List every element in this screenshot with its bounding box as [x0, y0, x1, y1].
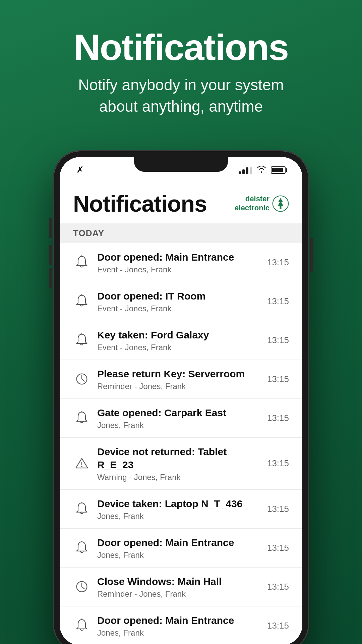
notification-content: Door opened: IT Room Event - Jones, Fran… [97, 289, 260, 313]
signal-bar-2 [242, 169, 245, 174]
brand-name-line1: deister [235, 195, 269, 203]
notification-item[interactable]: Door opened: Main Entrance Jones, Frank … [60, 606, 302, 644]
hero-subtitle: Notify anybody in your systemabout anyth… [20, 74, 342, 117]
notification-icon-warning [73, 455, 90, 472]
app-header: Notifications deister electronic [60, 180, 302, 223]
notification-icon-bell [73, 539, 90, 556]
phone-outer: ✗ [54, 151, 308, 644]
notification-title: Close Windows: Main Hall [97, 575, 260, 588]
notification-subtitle: Jones, Frank [97, 628, 260, 638]
battery-icon [271, 166, 286, 174]
notification-content: Key taken: Ford Galaxy Event - Jones, Fr… [97, 328, 260, 352]
brand-logo: deister electronic [235, 195, 289, 212]
signal-bar-4 [250, 167, 252, 174]
notification-subtitle: Reminder - Jones, Frank [97, 382, 260, 391]
notification-title: Device taken: Laptop N_T_436 [97, 497, 260, 510]
notification-icon-bell [73, 617, 90, 634]
notification-content: Close Windows: Main Hall Reminder - Jone… [97, 575, 260, 599]
notification-item[interactable]: Door opened: IT Room Event - Jones, Fran… [60, 282, 302, 321]
notification-time: 13:15 [267, 257, 289, 268]
phone-screen: ✗ [60, 157, 302, 644]
svg-line-14 [82, 587, 84, 589]
notification-content: Device taken: Laptop N_T_436 Jones, Fran… [97, 497, 260, 521]
notification-icon-bell [73, 254, 90, 271]
notification-subtitle: Jones, Frank [97, 550, 260, 560]
notification-list: Door opened: Main Entrance Event - Jones… [60, 243, 302, 644]
notification-subtitle: Event - Jones, Frank [97, 343, 260, 352]
wifi-icon [257, 165, 266, 175]
notification-time: 13:15 [267, 504, 289, 514]
status-right [239, 165, 286, 175]
svg-line-6 [82, 379, 84, 381]
signal-bars-icon [239, 166, 252, 174]
notification-item[interactable]: Device not returned: Tablet R_E_23 Warni… [60, 438, 302, 490]
notification-content: Gate opened: Carpark East Jones, Frank [97, 406, 260, 430]
app-header-title: Notifications [73, 191, 207, 217]
notification-item[interactable]: Gate opened: Carpark East Jones, Frank 1… [60, 399, 302, 438]
notification-title: Door opened: Main Entrance [97, 536, 260, 549]
notification-icon-clock [73, 578, 90, 595]
notification-content: Device not returned: Tablet R_E_23 Warni… [97, 445, 260, 482]
notification-time: 13:15 [267, 413, 289, 423]
notification-content: Door opened: Main Entrance Jones, Frank [97, 536, 260, 560]
hero-section: Notifications Notify anybody in your sys… [0, 0, 362, 138]
notification-item[interactable]: Key taken: Ford Galaxy Event - Jones, Fr… [60, 321, 302, 360]
notification-title: Door opened: Main Entrance [97, 614, 260, 627]
signal-bar-3 [246, 167, 248, 174]
brand-text: deister electronic [235, 195, 269, 212]
notification-time: 13:15 [267, 621, 289, 631]
notification-content: Please return Key: Serverroom Reminder -… [97, 367, 260, 391]
notification-time: 13:15 [267, 374, 289, 384]
notification-item[interactable]: Door opened: Main Entrance Jones, Frank … [60, 529, 302, 568]
notification-icon-clock [73, 370, 90, 388]
notification-time: 13:15 [267, 543, 289, 553]
hero-title: Notifications [20, 27, 342, 67]
notification-subtitle: Event - Jones, Frank [97, 304, 260, 313]
brand-logo-top: deister electronic [235, 195, 289, 212]
notification-icon-bell [73, 292, 90, 310]
notification-subtitle: Event - Jones, Frank [97, 265, 260, 274]
notification-content: Door opened: Main Entrance Jones, Frank [97, 614, 260, 638]
notification-subtitle: Jones, Frank [97, 512, 260, 521]
notification-title: Door opened: Main Entrance [97, 251, 260, 264]
battery-fill [272, 168, 283, 172]
notification-time: 13:15 [267, 582, 289, 592]
notification-title: Device not returned: Tablet R_E_23 [97, 445, 260, 471]
brand-tree-icon [272, 195, 289, 212]
svg-point-9 [81, 466, 82, 467]
notification-title: Please return Key: Serverroom [97, 367, 260, 380]
notification-icon-bell [73, 331, 90, 349]
phone-mockup: ✗ [54, 151, 308, 644]
notification-time: 13:15 [267, 296, 289, 307]
section-header-today: TODAY [60, 223, 302, 243]
notification-time: 13:15 [267, 335, 289, 345]
notification-title: Gate opened: Carpark East [97, 406, 260, 419]
notification-item[interactable]: Device taken: Laptop N_T_436 Jones, Fran… [60, 490, 302, 529]
notification-subtitle: Reminder - Jones, Frank [97, 589, 260, 599]
notification-icon-bell [73, 409, 90, 427]
notification-content: Door opened: Main Entrance Event - Jones… [97, 251, 260, 274]
notification-item[interactable]: Close Windows: Main Hall Reminder - Jone… [60, 568, 302, 606]
brand-name-line2: electronic [235, 204, 269, 212]
notification-title: Door opened: IT Room [97, 289, 260, 303]
notification-subtitle: Jones, Frank [97, 421, 260, 430]
bluetooth-icon: ✗ [76, 165, 84, 175]
notification-item[interactable]: Door opened: Main Entrance Event - Jones… [60, 243, 302, 282]
signal-bar-1 [239, 171, 241, 174]
notification-item[interactable]: Please return Key: Serverroom Reminder -… [60, 360, 302, 399]
notification-time: 13:15 [267, 458, 289, 469]
notification-icon-bell [73, 500, 90, 518]
phone-notch [134, 157, 228, 172]
notification-title: Key taken: Ford Galaxy [97, 328, 260, 341]
notification-subtitle: Warning - Jones, Frank [97, 473, 260, 482]
